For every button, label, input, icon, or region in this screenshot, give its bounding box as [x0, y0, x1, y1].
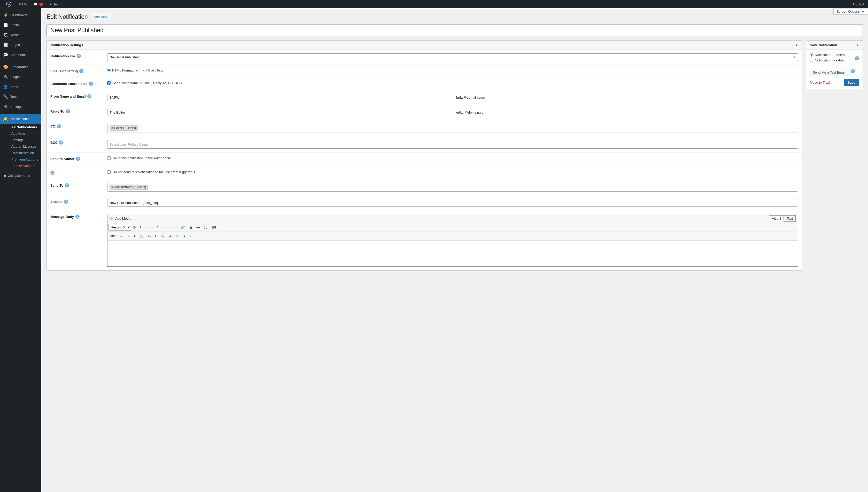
from-name-email-help[interactable]: ? — [87, 94, 91, 98]
fullscreen-btn[interactable]: ⛶ — [202, 224, 209, 230]
add-new-button[interactable]: Add New — [91, 14, 110, 20]
font-color-dropdown[interactable]: ▾ — [132, 233, 137, 239]
sidebar-item-pages[interactable]: 📃 Pages — [0, 40, 41, 50]
notification-disabled-option[interactable]: Notification Disabled — [810, 58, 846, 62]
indent-btn[interactable]: ⇒ — [167, 233, 173, 239]
notification-enabled-option[interactable]: Notification Enabled — [810, 53, 846, 57]
sidebar-item-posts[interactable]: 📄 Posts — [0, 20, 41, 30]
notification-for-select[interactable]: New Post Published New Page Published Ne… — [107, 53, 798, 61]
meta-box-header[interactable]: Notification Settings ▲ — [47, 41, 802, 50]
sidebar-item-users[interactable]: 👤 Users — [0, 82, 41, 92]
reply-to-email-input[interactable] — [454, 109, 798, 116]
wp-logo-item[interactable]: W — [3, 0, 15, 8]
tab-text[interactable]: Text — [784, 215, 796, 222]
heading-select[interactable]: Paragraph Heading 1 Heading 2 Heading 3 … — [109, 224, 131, 230]
sidebar-sub-premium-add-ons[interactable]: Premium Add-ons — [8, 156, 41, 163]
italic-btn[interactable]: I — [138, 224, 143, 230]
sidebar-item-comments[interactable]: 💬 Comments — [0, 50, 41, 60]
clear-format-btn[interactable]: ⊘ — [146, 233, 153, 239]
subject-help[interactable]: ? — [64, 199, 68, 204]
tab-visual[interactable]: Visual — [769, 215, 784, 222]
reply-to-name-input[interactable] — [107, 109, 451, 116]
screen-options-panel[interactable]: Screen Options ▼ — [834, 8, 868, 15]
send-to-author-checkbox-label[interactable]: Send this notification to the Author onl… — [107, 156, 798, 160]
cc-help[interactable]: ? — [57, 124, 61, 128]
subject-input[interactable] — [107, 199, 798, 206]
from-email-input[interactable] — [454, 94, 798, 101]
do-not-send-checkbox-label[interactable]: Do not send this Notification to the Use… — [107, 170, 798, 174]
redo-btn[interactable]: ↪ — [181, 233, 187, 239]
blockquote-btn[interactable]: " — [155, 224, 160, 230]
sidebar-item-appearance[interactable]: 🎨 Appearance — [0, 62, 41, 72]
number-list-btn[interactable]: ≡ — [149, 224, 155, 230]
sidebar-sub-priority-support[interactable]: Priority Support — [8, 163, 41, 169]
message-body-help[interactable]: ? — [75, 215, 79, 219]
align-right-btn[interactable]: ≡ — [173, 224, 179, 230]
hr-btn[interactable]: — — [118, 233, 125, 239]
link-btn[interactable]: 🔗 — [179, 224, 187, 230]
test-email-help[interactable]: ? — [851, 69, 855, 73]
editor-content[interactable] — [108, 241, 798, 266]
sidebar-sub-all-notifications[interactable]: All Notifications — [8, 124, 41, 130]
sidebar-sub-add-new[interactable]: Add New — [8, 130, 41, 137]
special-char-btn[interactable]: Ω — [153, 233, 159, 239]
undo-btn[interactable]: ↩ — [173, 233, 180, 239]
align-left-btn[interactable]: ≡ — [161, 224, 166, 230]
notification-status-help[interactable]: ? — [855, 56, 859, 60]
plain-text-radio[interactable] — [143, 69, 147, 72]
comments-item[interactable]: 💬 0 — [30, 0, 47, 8]
sidebar-sub-addon-licenses[interactable]: Add-on Licenses — [8, 143, 41, 150]
sidebar-item-plugins[interactable]: 🔌 Plugins — [0, 72, 41, 82]
notification-disabled-radio[interactable] — [810, 58, 813, 62]
from-name-input[interactable] — [107, 94, 451, 101]
bcc-tag-input[interactable]: Select User Roles / Users — [107, 140, 798, 149]
paste-text-btn[interactable]: 📋 — [138, 233, 146, 239]
sidebar-collapse[interactable]: ◀ Collapse menu — [0, 171, 41, 180]
cc-tag-input[interactable]: × Editor (1 Users) — [107, 124, 798, 132]
post-title-input[interactable] — [47, 25, 863, 36]
test-email-btn[interactable]: Send Me a Test Email — [810, 69, 848, 76]
sidebar-item-dashboard[interactable]: ⚡ Dashboard — [0, 10, 41, 20]
notification-enabled-radio[interactable] — [810, 53, 813, 56]
plain-text-option[interactable]: Plain Text — [143, 68, 163, 72]
more-btn[interactable]: — — [195, 224, 202, 230]
font-color-btn[interactable]: A — [125, 233, 132, 239]
sidebar-item-media[interactable]: 🖼 Media — [0, 30, 41, 40]
notification-for-help[interactable]: ? — [77, 54, 81, 58]
align-center-btn[interactable]: ≡ — [167, 224, 172, 230]
unlink-btn[interactable]: ⛓ — [187, 224, 194, 230]
strikethrough-btn[interactable]: abc — [109, 233, 118, 239]
save-btn[interactable]: Save — [844, 79, 859, 86]
site-name-item[interactable]: BNFW — [15, 0, 30, 8]
html-formatting-option[interactable]: HTML Formatting — [107, 68, 138, 72]
help-editor-btn[interactable]: ? — [188, 233, 193, 239]
email-formatting-help[interactable]: ? — [79, 69, 84, 73]
save-meta-header[interactable]: Save Notification ▲ — [806, 41, 863, 50]
send-to-author-help[interactable]: ? — [76, 157, 80, 161]
sidebar-item-tools[interactable]: 🔧 Tools — [0, 92, 41, 102]
bullet-list-btn[interactable]: ≡ — [143, 224, 149, 230]
sidebar-sub-settings[interactable]: Settings — [8, 137, 41, 143]
send-to-tag-input[interactable]: × Administrator (2 Users) — [107, 183, 798, 192]
send-to-author-checkbox[interactable] — [107, 156, 111, 160]
send-to-tag-remove[interactable]: × — [111, 185, 113, 189]
additional-email-help[interactable]: ? — [89, 81, 93, 86]
bcc-help[interactable]: ? — [59, 141, 63, 145]
sidebar-sub-documentation[interactable]: Documentation — [8, 150, 41, 156]
new-item[interactable]: + New — [47, 0, 62, 8]
additional-email-checkbox[interactable] — [107, 81, 111, 85]
reply-to-help[interactable]: ? — [66, 109, 70, 113]
do-not-send-checkbox[interactable] — [107, 170, 111, 174]
html-formatting-radio[interactable] — [107, 69, 111, 72]
sidebar-item-notifications[interactable]: 🔔 Notifications — [0, 114, 41, 124]
send-to-help[interactable]: ? — [65, 183, 69, 188]
outdent-btn[interactable]: ⇐ — [160, 233, 166, 239]
special-chars-btn[interactable]: ⌨ — [210, 224, 218, 230]
cc-tag-remove[interactable]: × — [111, 126, 113, 130]
sidebar-item-settings[interactable]: ⚙ Settings — [0, 102, 41, 112]
add-media-btn[interactable]: 📎 Add Media — [110, 217, 131, 220]
additional-email-checkbox-label[interactable]: Set "From" Name & Email, Reply To, CC, B… — [107, 81, 798, 85]
move-to-trash-link[interactable]: Move to Trash — [810, 80, 831, 84]
bold-btn[interactable]: B — [132, 224, 137, 230]
do-not-send-help[interactable]: ? — [50, 171, 54, 175]
